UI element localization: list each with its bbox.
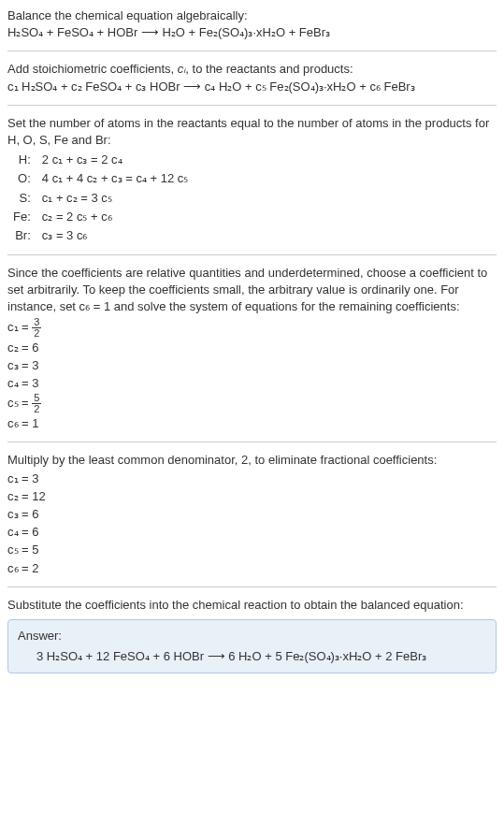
multiply-section: Multiply by the least common denominator… (7, 452, 497, 576)
fraction: 32 (32, 317, 41, 339)
atom-equation: c₃ = 3 c₆ (36, 226, 194, 245)
coef-c1: c₁ = 3 (7, 470, 497, 487)
stoich-text-a: Add stoichiometric coefficients, (7, 62, 178, 76)
atoms-table: H: 2 c₁ + c₃ = 2 c₄ O: 4 c₁ + 4 c₂ + c₃ … (7, 151, 194, 245)
atom-equation: 2 c₁ + c₃ = 2 c₄ (36, 151, 194, 169)
atoms-intro: Set the number of atoms in the reactants… (7, 115, 497, 149)
coef-c4: c₄ = 6 (7, 524, 497, 541)
atom-label: S: (7, 189, 36, 208)
intro-equation: H₂SO₄ + FeSO₄ + HOBr ⟶ H₂O + Fe₂(SO₄)₃·x… (7, 24, 497, 41)
atom-label: O: (7, 169, 36, 188)
divider (7, 51, 497, 51)
answer-equation: 3 H₂SO₄ + 12 FeSO₄ + 6 HOBr ⟶ 6 H₂O + 5 … (18, 648, 486, 665)
coef-c5: c₅ = 52 (7, 393, 497, 414)
fraction: 52 (32, 393, 41, 414)
divider (7, 105, 497, 106)
stoich-section: Add stoichiometric coefficients, cᵢ, to … (7, 61, 497, 94)
stoich-text: Add stoichiometric coefficients, cᵢ, to … (7, 61, 497, 78)
atom-row-br: Br: c₃ = 3 c₆ (7, 226, 194, 245)
atom-label: Br: (7, 226, 36, 245)
atom-row-fe: Fe: c₂ = 2 c₅ + c₆ (7, 208, 194, 226)
atom-row-o: O: 4 c₁ + 4 c₂ + c₃ = c₄ + 12 c₅ (7, 169, 194, 188)
coef-c1: c₁ = 32 (7, 317, 497, 339)
divider (7, 441, 497, 442)
coef-c6: c₆ = 2 (7, 560, 497, 577)
coef-c3: c₃ = 3 (7, 357, 497, 374)
coef-c6: c₆ = 1 (7, 415, 497, 432)
coef-c2: c₂ = 6 (7, 340, 497, 356)
frac-den: 2 (32, 404, 41, 414)
divider (7, 254, 497, 255)
substitute-text: Substitute the coefficients into the che… (7, 597, 497, 614)
answer-label: Answer: (18, 628, 486, 644)
atom-label: Fe: (7, 208, 36, 226)
atom-equation: c₁ + c₂ = 3 c₅ (36, 189, 194, 208)
atom-equation: c₂ = 2 c₅ + c₆ (36, 208, 194, 226)
intro-text: Balance the chemical equation algebraica… (7, 7, 497, 24)
coef-c4: c₄ = 3 (7, 375, 497, 392)
answer-box: Answer: 3 H₂SO₄ + 12 FeSO₄ + 6 HOBr ⟶ 6 … (7, 619, 497, 673)
underdet-text: Since the coefficients are relative quan… (7, 265, 497, 316)
coef-c5: c₅ = 5 (7, 542, 497, 558)
atoms-section: Set the number of atoms in the reactants… (7, 115, 497, 245)
divider (7, 586, 497, 587)
frac-num: 3 (32, 317, 41, 328)
stoich-text-b: , to the reactants and products: (185, 62, 353, 76)
atom-equation: 4 c₁ + 4 c₂ + c₃ = c₄ + 12 c₅ (36, 169, 194, 188)
underdet-section: Since the coefficients are relative quan… (7, 265, 497, 432)
coef-label: c₁ = (7, 320, 32, 334)
atom-label: H: (7, 151, 36, 169)
intro-section: Balance the chemical equation algebraica… (7, 7, 497, 41)
atom-row-h: H: 2 c₁ + c₃ = 2 c₄ (7, 151, 194, 169)
atom-row-s: S: c₁ + c₂ = 3 c₅ (7, 189, 194, 208)
stoich-equation: c₁ H₂SO₄ + c₂ FeSO₄ + c₃ HOBr ⟶ c₄ H₂O +… (7, 79, 497, 95)
coef-c2: c₂ = 12 (7, 488, 497, 505)
substitute-section: Substitute the coefficients into the che… (7, 597, 497, 674)
multiply-text: Multiply by the least common denominator… (7, 452, 497, 469)
frac-den: 2 (32, 328, 41, 339)
coef-c3: c₃ = 6 (7, 506, 497, 523)
coef-label: c₅ = (7, 396, 32, 410)
